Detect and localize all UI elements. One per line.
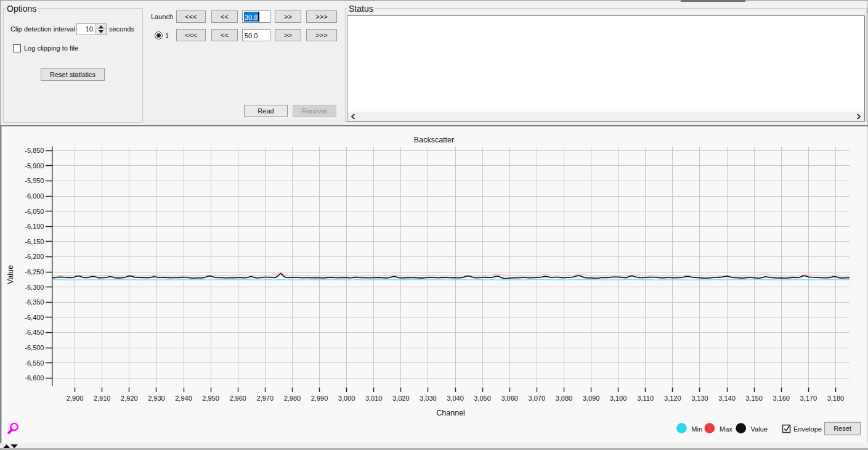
- svg-text:Value: Value: [751, 425, 768, 433]
- svg-text:3,040: 3,040: [447, 395, 464, 402]
- svg-text:3,140: 3,140: [718, 395, 736, 402]
- svg-text:3,000: 3,000: [338, 395, 355, 402]
- svg-text:2,990: 2,990: [311, 395, 328, 402]
- svg-text:-6,100: -6,100: [25, 223, 44, 230]
- svg-text:2,970: 2,970: [257, 395, 274, 402]
- svg-text:-6,350: -6,350: [25, 298, 44, 306]
- svg-text:2,960: 2,960: [229, 395, 246, 402]
- svg-text:Max: Max: [720, 425, 732, 433]
- svg-text:3,170: 3,170: [800, 395, 817, 402]
- svg-text:-6,150: -6,150: [25, 238, 44, 245]
- svg-text:-6,300: -6,300: [25, 284, 44, 291]
- svg-text:Min: Min: [691, 425, 702, 433]
- svg-text:-6,450: -6,450: [25, 329, 44, 336]
- svg-text:3,180: 3,180: [827, 395, 845, 402]
- svg-text:2,900: 2,900: [67, 395, 84, 402]
- svg-text:3,130: 3,130: [691, 395, 708, 402]
- svg-text:3,090: 3,090: [583, 395, 600, 402]
- svg-text:2,980: 2,980: [284, 395, 301, 402]
- svg-text:3,080: 3,080: [556, 395, 573, 402]
- svg-text:2,930: 2,930: [148, 395, 165, 402]
- svg-text:-6,050: -6,050: [25, 208, 44, 215]
- svg-text:Backscatter: Backscatter: [414, 136, 454, 144]
- svg-text:2,940: 2,940: [175, 395, 192, 402]
- svg-text:-5,850: -5,850: [25, 147, 44, 154]
- svg-text:Channel: Channel: [436, 409, 465, 417]
- svg-text:2,920: 2,920: [121, 395, 138, 402]
- svg-text:3,120: 3,120: [664, 395, 681, 402]
- svg-text:-6,000: -6,000: [25, 192, 44, 200]
- svg-text:2,950: 2,950: [202, 395, 219, 402]
- svg-text:-6,250: -6,250: [25, 268, 44, 276]
- svg-text:Envelope: Envelope: [793, 425, 822, 433]
- svg-text:-6,200: -6,200: [25, 253, 44, 260]
- svg-text:Reset: Reset: [834, 425, 851, 432]
- svg-text:-5,900: -5,900: [25, 162, 44, 170]
- svg-text:3,160: 3,160: [773, 395, 790, 402]
- svg-text:3,060: 3,060: [501, 395, 518, 402]
- svg-text:3,030: 3,030: [420, 395, 437, 402]
- svg-text:Value: Value: [6, 265, 15, 284]
- svg-text:3,010: 3,010: [365, 395, 383, 402]
- svg-text:3,020: 3,020: [392, 395, 410, 402]
- svg-text:3,110: 3,110: [637, 395, 654, 402]
- svg-text:3,070: 3,070: [529, 395, 546, 402]
- svg-text:-6,550: -6,550: [25, 359, 44, 367]
- svg-text:3,100: 3,100: [610, 395, 627, 402]
- svg-text:-6,600: -6,600: [25, 374, 44, 382]
- svg-text:-6,400: -6,400: [25, 314, 44, 321]
- svg-text:2,910: 2,910: [94, 395, 111, 402]
- svg-text:3,150: 3,150: [745, 395, 763, 402]
- svg-text:3,050: 3,050: [474, 395, 491, 402]
- svg-text:-5,950: -5,950: [25, 177, 44, 184]
- svg-text:-6,500: -6,500: [25, 344, 44, 351]
